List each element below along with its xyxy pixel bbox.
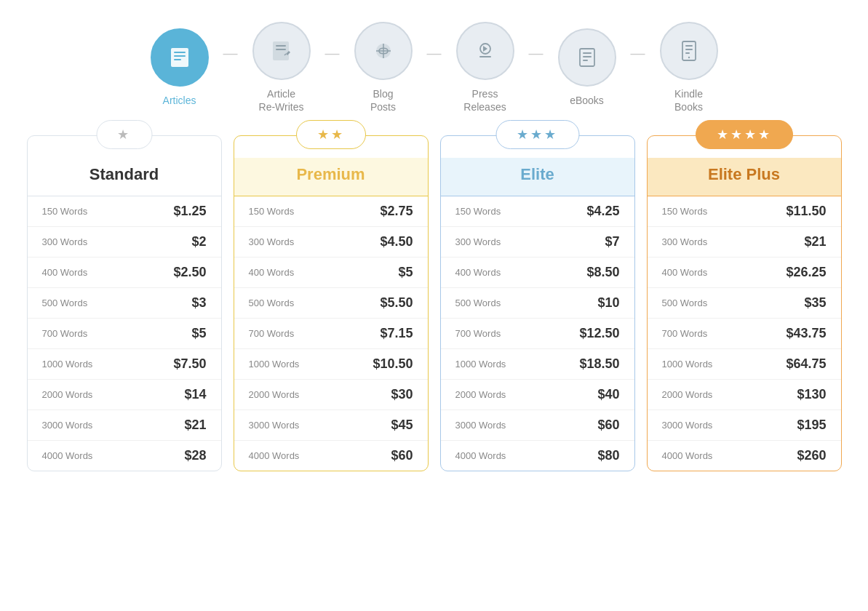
word-label: 300 Words [42,236,88,247]
price-label: $60 [597,418,619,433]
table-row: 400 Words $5 [234,257,428,288]
table-row: 3000 Words $195 [648,410,841,441]
word-label: 4000 Words [249,450,300,461]
nav-item-rewrites[interactable]: ArticleRe-Writes [242,22,322,113]
price-label: $40 [597,387,619,402]
nav-item-ebooks[interactable]: eBooks [547,28,627,107]
elite-stars: ★★★ [517,127,558,142]
eliteplus-rows: 150 Words $11.50 300 Words $21 400 Words… [648,196,841,471]
table-row: 1000 Words $64.75 [648,349,841,380]
word-label: 150 Words [249,206,295,217]
word-label: 700 Words [42,328,88,339]
table-row: 2000 Words $30 [234,380,428,410]
price-label: $4.25 [586,204,619,219]
table-row: 700 Words $12.50 [441,319,634,349]
svg-rect-5 [276,45,286,47]
table-row: 400 Words $8.50 [441,257,634,288]
nav-label-rewrites: ArticleRe-Writes [259,87,304,113]
standard-badge: ★ [96,120,152,149]
pricing-card-elite: ★★★ Elite 150 Words $4.25 300 Words $7 4… [440,135,635,471]
nav-item-blog[interactable]: BlogPosts [343,22,423,113]
eliteplus-stars: ★★★★ [717,127,772,142]
ebooks-icon [574,44,600,71]
nav-dash-3: — [427,45,442,62]
word-label: 1000 Words [42,359,93,370]
svg-rect-6 [276,49,286,50]
elite-badge: ★★★ [495,120,579,149]
price-label: $260 [797,448,826,463]
premium-stars: ★★ [317,127,345,142]
price-label: $195 [797,418,826,433]
price-label: $4.50 [380,234,413,249]
nav-item-kindle[interactable]: KindleBooks [649,22,729,113]
price-label: $3 [191,295,206,311]
word-label: 3000 Words [249,420,300,431]
standard-rows: 150 Words $1.25 300 Words $2 400 Words $… [28,196,221,471]
svg-rect-14 [583,52,592,54]
table-row: 700 Words $5 [28,319,221,349]
price-label: $1.25 [173,204,206,219]
svg-rect-19 [685,49,693,50]
svg-rect-4 [273,41,289,60]
table-row: 4000 Words $80 [441,441,634,471]
price-label: $80 [597,448,619,463]
word-label: 500 Words [662,297,708,308]
nav-item-press[interactable]: PressReleases [445,22,525,113]
blog-icon-circle [354,22,413,80]
price-label: $2.75 [380,204,413,219]
word-label: 3000 Words [662,420,713,431]
table-row: 3000 Words $60 [441,410,634,441]
table-row: 700 Words $7.15 [234,319,428,349]
price-label: $12.50 [579,326,619,341]
nav-label-press: PressReleases [463,87,506,113]
pricing-section: ★ Standard 150 Words $1.25 300 Words $2 … [0,128,868,493]
table-row: 2000 Words $14 [28,380,221,410]
premium-badge: ★★ [296,120,366,149]
price-label: $7 [605,234,619,249]
svg-rect-16 [583,60,588,61]
table-row: 150 Words $2.75 [234,196,428,227]
price-label: $35 [804,295,826,311]
price-label: $2 [191,234,206,249]
eliteplus-badge: ★★★★ [696,120,793,149]
price-label: $28 [184,448,206,463]
nav-section: Articles — ArticleRe-Writes — BlogPos [0,0,868,128]
word-label: 3000 Words [455,420,506,431]
price-label: $14 [184,387,206,402]
price-label: $7.15 [380,326,413,341]
nav-item-articles[interactable]: Articles [140,28,220,107]
nav-dash-2: — [325,45,340,62]
table-row: 1000 Words $10.50 [234,349,428,380]
price-label: $5 [191,326,206,341]
table-row: 500 Words $3 [28,288,221,319]
table-row: 1000 Words $7.50 [28,349,221,380]
table-row: 300 Words $2 [28,227,221,257]
price-label: $21 [184,418,206,433]
articles-icon [167,44,193,71]
word-label: 2000 Words [662,389,713,400]
standard-title: Standard [28,158,221,196]
word-label: 300 Words [455,236,501,247]
word-label: 3000 Words [42,420,93,431]
nav-label-blog: BlogPosts [370,87,396,113]
price-label: $130 [797,387,826,402]
table-row: 1000 Words $18.50 [441,349,634,380]
price-label: $2.50 [173,265,206,280]
elite-rows: 150 Words $4.25 300 Words $7 400 Words $… [441,196,634,471]
word-label: 1000 Words [662,359,713,370]
nav-dash-4: — [529,45,544,62]
kindle-icon-circle [660,22,718,80]
word-label: 150 Words [455,206,501,217]
nav-label-kindle: KindleBooks [674,87,703,113]
nav-label-ebooks: eBooks [570,94,604,107]
word-label: 1000 Words [249,359,300,370]
pricing-card-standard: ★ Standard 150 Words $1.25 300 Words $2 … [27,135,222,471]
table-row: 150 Words $1.25 [28,196,221,227]
word-label: 500 Words [455,297,501,308]
table-row: 500 Words $5.50 [234,288,428,319]
table-row: 500 Words $35 [648,288,841,319]
word-label: 500 Words [249,297,295,308]
svg-rect-20 [685,52,690,54]
svg-point-21 [688,57,689,58]
kindle-icon [676,38,702,64]
